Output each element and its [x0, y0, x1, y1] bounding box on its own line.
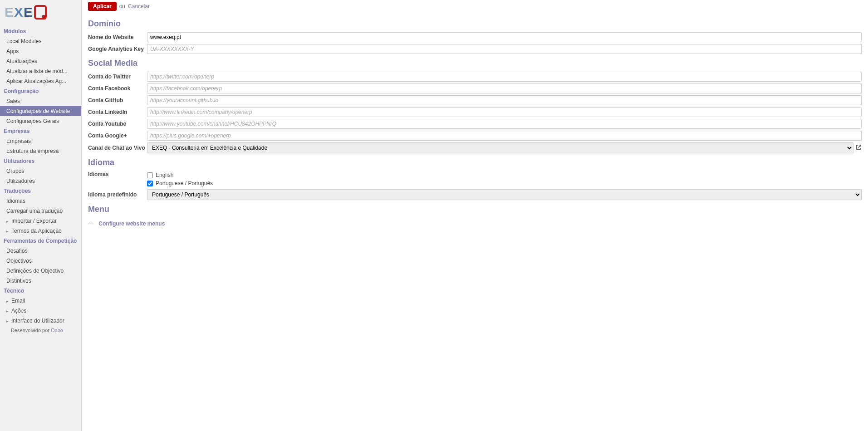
logo: EXE	[0, 0, 81, 26]
nav-section-title: Técnico	[0, 286, 81, 296]
footer-prefix: Desenvolvido por	[11, 328, 51, 333]
nav-item[interactable]: Termos da Aplicação	[0, 226, 81, 236]
cancel-link[interactable]: Cancelar	[128, 3, 150, 10]
section-title-idioma: Idioma	[88, 158, 862, 167]
sidebar: EXE MódulosLocal ModulesAppsAtualizações…	[0, 0, 82, 431]
label-portuguese: Portuguese / Português	[156, 180, 213, 186]
label-facebook: Conta Facebook	[88, 85, 147, 92]
nav-item[interactable]: Apps	[0, 46, 81, 56]
label-ga-key: Google Analytics Key	[88, 46, 147, 52]
footer-link[interactable]: Odoo	[51, 328, 63, 333]
input-facebook[interactable]	[147, 83, 862, 93]
nav-item[interactable]: Desafios	[0, 246, 81, 256]
label-livechat: Canal de Chat ao Vivo	[88, 145, 147, 151]
label-idiomas: Idiomas	[88, 171, 147, 177]
input-website-name[interactable]	[147, 32, 862, 42]
nav-item[interactable]: Definições de Objectivo	[0, 266, 81, 276]
footer-note: Desenvolvido por Odoo	[0, 326, 81, 335]
nav-item[interactable]: Configurações de Website	[0, 106, 81, 116]
nav-section-title: Utilizadores	[0, 156, 81, 166]
nav-section-title: Módulos	[0, 26, 81, 36]
nav-item[interactable]: Distintivos	[0, 276, 81, 286]
section-title-social: Social Media	[88, 59, 862, 68]
nav-item[interactable]: Carregar uma tradução	[0, 206, 81, 216]
nav-item[interactable]: Idiomas	[0, 196, 81, 206]
input-ga-key[interactable]	[147, 44, 862, 54]
nav-item[interactable]: Importar / Exportar	[0, 216, 81, 226]
nav-item[interactable]: Objectivos	[0, 256, 81, 266]
label-googleplus: Conta Google+	[88, 132, 147, 139]
nav-item[interactable]: Estrutura da empresa	[0, 146, 81, 156]
menu-dash: —	[88, 220, 93, 227]
label-website-name: Nome do Website	[88, 34, 147, 40]
apply-button[interactable]: Aplicar	[88, 2, 117, 11]
label-github: Conta GitHub	[88, 97, 147, 103]
configure-menus-link[interactable]: Configure website menus	[98, 220, 165, 227]
nav-section-title: Configuração	[0, 86, 81, 96]
nav-item[interactable]: Aplicar Atualzações Ag...	[0, 76, 81, 86]
input-linkedin[interactable]	[147, 107, 862, 117]
nav-section-title: Ferramentas de Competição	[0, 236, 81, 246]
select-default-language[interactable]: Portuguese / Português	[147, 189, 862, 200]
nav-item[interactable]: Atualizar a lista de mód...	[0, 66, 81, 76]
nav-item[interactable]: Empresas	[0, 136, 81, 146]
select-livechat[interactable]: EXEQ - Consultoria em Excelência e Quali…	[147, 142, 853, 153]
logo-part-1: E	[5, 5, 14, 20]
logo-q-icon	[34, 5, 47, 20]
section-title-dominio: Domínio	[88, 19, 862, 29]
logo-part-2: X	[14, 5, 24, 20]
or-text: ou	[119, 3, 125, 10]
main-content: Aplicar ou Cancelar Domínio Nome do Webs…	[82, 0, 868, 431]
nav-section-title: Traduções	[0, 186, 81, 196]
action-bar: Aplicar ou Cancelar	[88, 0, 862, 15]
label-english: English	[156, 172, 173, 178]
input-googleplus[interactable]	[147, 131, 862, 141]
nav-item[interactable]: Grupos	[0, 166, 81, 176]
label-twitter: Conta do Twitter	[88, 73, 147, 80]
input-youtube[interactable]	[147, 119, 862, 129]
checkbox-english[interactable]	[147, 172, 153, 178]
nav-item[interactable]: Email	[0, 296, 81, 306]
nav-item[interactable]: Ações	[0, 306, 81, 316]
nav-item[interactable]: Local Modules	[0, 36, 81, 46]
checkbox-portuguese[interactable]	[147, 181, 153, 186]
label-youtube: Conta Youtube	[88, 121, 147, 127]
nav-item[interactable]: Configurações Gerais	[0, 116, 81, 126]
label-default-language: Idioma predefinido	[88, 191, 147, 198]
nav-item[interactable]: Atualizações	[0, 56, 81, 66]
input-github[interactable]	[147, 95, 862, 105]
logo-part-3: E	[24, 5, 33, 20]
external-link-icon[interactable]	[855, 144, 862, 152]
section-title-menu: Menu	[88, 205, 862, 214]
nav-section-title: Empresas	[0, 126, 81, 136]
label-linkedin: Conta LinkedIn	[88, 109, 147, 115]
nav-item[interactable]: Interface do Utilizador	[0, 316, 81, 326]
nav-item[interactable]: Utilizadores	[0, 176, 81, 186]
input-twitter[interactable]	[147, 72, 862, 82]
nav-item[interactable]: Sales	[0, 96, 81, 106]
